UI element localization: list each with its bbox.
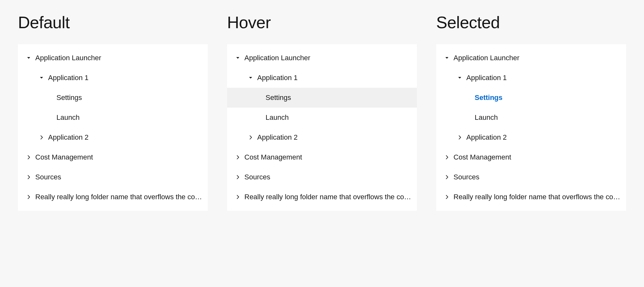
chevron-down-icon — [444, 56, 450, 60]
tree-item-label: Sources — [35, 173, 208, 181]
chevron-down-icon — [457, 76, 462, 80]
tree-item-sources[interactable]: Sources — [227, 167, 417, 187]
chevron-right-icon — [235, 175, 241, 179]
tree-item-label: Cost Management — [35, 153, 208, 161]
tree-item-label: Settings — [56, 94, 208, 102]
tree-panel-default: Application Launcher Application 1 Setti… — [18, 44, 208, 211]
tree-item-launch[interactable]: Launch — [18, 108, 208, 127]
tree-item-label: Really really long folder name that over… — [453, 193, 626, 201]
chevron-right-icon — [38, 135, 44, 140]
tree-item-application-2[interactable]: Application 2 — [227, 127, 417, 147]
tree-item-label: Sources — [453, 173, 626, 181]
tree-item-label: Really really long folder name that over… — [244, 193, 417, 201]
tree-item-launch[interactable]: Launch — [436, 108, 626, 127]
tree-item-application-launcher[interactable]: Application Launcher — [18, 48, 208, 68]
chevron-right-icon — [444, 175, 450, 179]
tree-item-application-1[interactable]: Application 1 — [227, 68, 417, 88]
tree-item-label: Application 1 — [48, 74, 208, 82]
tree-item-label: Application 1 — [466, 74, 626, 82]
chevron-down-icon — [26, 56, 31, 60]
heading-hover: Hover — [227, 13, 417, 32]
tree-item-label: Launch — [266, 113, 417, 122]
tree-item-label: Sources — [244, 173, 417, 181]
tree-item-application-1[interactable]: Application 1 — [436, 68, 626, 88]
chevron-right-icon — [235, 155, 241, 160]
chevron-right-icon — [444, 155, 450, 160]
tree-item-label: Settings — [475, 94, 626, 102]
column-selected: Selected Application Launcher Applicatio… — [436, 13, 626, 211]
tree-item-application-2[interactable]: Application 2 — [436, 127, 626, 147]
tree-item-label: Really really long folder name that over… — [35, 193, 208, 201]
chevron-down-icon — [248, 76, 253, 80]
state-columns: Default Application Launcher Application… — [18, 13, 626, 211]
chevron-down-icon — [38, 76, 44, 80]
chevron-right-icon — [457, 135, 462, 140]
tree-item-label: Application Launcher — [35, 54, 208, 62]
chevron-right-icon — [26, 155, 31, 160]
tree-item-label: Application Launcher — [244, 54, 417, 62]
tree-item-long-folder[interactable]: Really really long folder name that over… — [18, 187, 208, 207]
tree-item-label: Application 2 — [257, 133, 417, 142]
tree-item-label: Cost Management — [244, 153, 417, 161]
tree-item-application-2[interactable]: Application 2 — [18, 127, 208, 147]
column-default: Default Application Launcher Application… — [18, 13, 208, 211]
tree-panel-hover: Application Launcher Application 1 Setti… — [227, 44, 417, 211]
tree-item-launch[interactable]: Launch — [227, 108, 417, 127]
chevron-right-icon — [235, 195, 241, 199]
heading-default: Default — [18, 13, 208, 32]
tree-item-cost-management[interactable]: Cost Management — [227, 147, 417, 167]
tree-item-label: Application 2 — [466, 133, 626, 142]
tree-item-label: Application 2 — [48, 133, 208, 142]
tree-item-label: Application Launcher — [453, 54, 626, 62]
tree-item-application-launcher[interactable]: Application Launcher — [436, 48, 626, 68]
tree-item-settings[interactable]: Settings — [436, 88, 626, 108]
tree-item-settings[interactable]: Settings — [18, 88, 208, 108]
tree-item-sources[interactable]: Sources — [18, 167, 208, 187]
tree-item-label: Settings — [266, 94, 417, 102]
column-hover: Hover Application Launcher Application 1… — [227, 13, 417, 211]
tree-panel-selected: Application Launcher Application 1 Setti… — [436, 44, 626, 211]
tree-item-label: Launch — [56, 113, 208, 122]
tree-item-settings[interactable]: Settings — [227, 88, 417, 108]
tree-item-label: Launch — [475, 113, 626, 122]
tree-item-long-folder[interactable]: Really really long folder name that over… — [436, 187, 626, 207]
tree-item-cost-management[interactable]: Cost Management — [436, 147, 626, 167]
tree-item-sources[interactable]: Sources — [436, 167, 626, 187]
tree-item-cost-management[interactable]: Cost Management — [18, 147, 208, 167]
tree-item-application-1[interactable]: Application 1 — [18, 68, 208, 88]
tree-item-long-folder[interactable]: Really really long folder name that over… — [227, 187, 417, 207]
chevron-right-icon — [248, 135, 253, 140]
tree-item-label: Cost Management — [453, 153, 626, 161]
tree-item-label: Application 1 — [257, 74, 417, 82]
tree-item-application-launcher[interactable]: Application Launcher — [227, 48, 417, 68]
heading-selected: Selected — [436, 13, 626, 32]
chevron-down-icon — [235, 56, 241, 60]
chevron-right-icon — [26, 195, 31, 199]
chevron-right-icon — [444, 195, 450, 199]
chevron-right-icon — [26, 175, 31, 179]
